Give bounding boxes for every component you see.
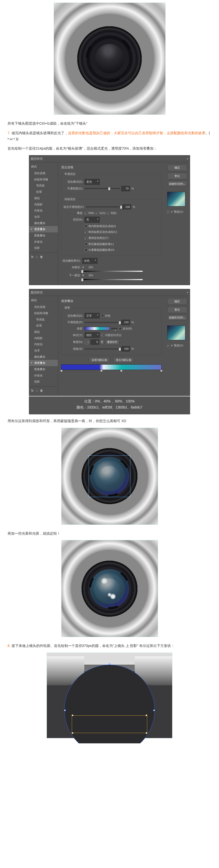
sidebar-item[interactable]: 内发光 [29, 341, 58, 347]
lens-glass-final-image [61, 540, 158, 637]
ok-button-b[interactable]: 确定 [167, 298, 187, 305]
gb-opac-slider[interactable] [84, 322, 120, 323]
reorder-icon-b[interactable]: ↕ [36, 388, 37, 393]
angle-dial[interactable] [84, 340, 89, 344]
fx-icon[interactable]: fx [31, 254, 34, 259]
sidebar-item[interactable]: 图案叠加 [29, 232, 58, 239]
sidebar-item[interactable]: 描边 [29, 195, 58, 202]
gb-grad-label: 渐变: [64, 326, 83, 331]
chk-trans-shape[interactable]: 透明形状图层(T) [84, 236, 109, 241]
sidebar-item[interactable]: 投影 [29, 245, 58, 251]
dialog-titlebar: 图层样式 × [29, 155, 190, 162]
gradient-picker[interactable] [84, 327, 110, 330]
preview-checkbox[interactable]: ✔ 预览(V) [167, 210, 187, 214]
gradient-caption: 位置：0%、40% 、60%、100% 颜色：2d33c1、edf1fd、13b… [29, 396, 190, 414]
sidebar-item[interactable]: 混合选项 [29, 170, 58, 176]
blendif-select[interactable]: 灰色 [82, 258, 98, 264]
preview-swatch [167, 192, 185, 207]
sidebar-item[interactable]: 等高线 [29, 316, 58, 323]
cancel-button-b[interactable]: 复位 [167, 306, 187, 313]
panel-b-title: 渐变叠加 [61, 299, 161, 304]
chk-inner-group[interactable]: 将内部效果混合成组(I) [84, 224, 116, 228]
fx-icon-b[interactable]: fx [31, 388, 34, 393]
opacity-value[interactable]: 70 [121, 186, 130, 191]
sidebar-item[interactable]: 外发光 [29, 372, 58, 379]
gb-opac-value[interactable]: 100 [121, 320, 130, 325]
this-a: 0 [82, 265, 84, 270]
sidebar-item[interactable]: 光泽 [29, 347, 58, 354]
sidebar-item[interactable]: 内发光 [29, 208, 58, 214]
chk-clip-group[interactable]: 将剪贴图层混合成组(C) [84, 229, 117, 235]
gb-angle-value[interactable]: 0 [90, 339, 99, 345]
preview-swatch-b [167, 326, 185, 340]
gradient-bar[interactable] [61, 364, 161, 370]
new-style-button-b[interactable]: 新建样式(W)... [167, 315, 187, 320]
sidebar-footer-b: fx ↕ 🗑 [29, 386, 58, 395]
dialog-buttons: 确定 复位 新建样式(W)... ✔ 预览(V) [165, 162, 190, 285]
gb-style-select[interactable]: 线性 [84, 332, 100, 338]
new-style-button[interactable]: 新建样式(W)... [167, 181, 187, 187]
chk-mask-hide[interactable]: 图层蒙版隐藏效果(L) [84, 242, 114, 247]
gradient-dropdown-icon[interactable] [111, 328, 117, 329]
align-checkbox[interactable]: 与图层对齐(I) [101, 333, 121, 338]
cancel-button[interactable]: 复位 [167, 173, 187, 179]
sidebar-item[interactable]: 描边 [29, 329, 58, 335]
reset-align-button[interactable]: 重置对齐 [105, 339, 119, 345]
reset-default-button[interactable]: 复位为默认值 [113, 357, 134, 363]
paragraph-boolean-mask: 用布尔运算得到扇形和环形，再用蒙版随意画一画，对，你想怎么画都可 XD [7, 418, 212, 424]
sidebar-head-b: 样式 [29, 297, 58, 304]
gb-scale-slider[interactable] [84, 348, 120, 349]
channel-g[interactable]: G(G) [96, 211, 106, 216]
sidebar-item[interactable]: 投影 [29, 378, 58, 385]
opacity-slider[interactable] [84, 188, 120, 189]
knockout-select[interactable]: 无 [84, 217, 100, 222]
under-a: 0 [82, 273, 84, 278]
step-8-intro: 8. 接下来做上镜头的外轮廓。首先绘制一个直径370px的圆，命名为"上镜头 上… [7, 643, 212, 649]
blendif-under-slider[interactable] [82, 279, 143, 280]
sidebar-item[interactable]: 渐变叠加 [29, 226, 58, 232]
channel-b[interactable]: B(B) [107, 211, 116, 216]
sidebar-item[interactable]: 等高线 [29, 182, 58, 189]
sidebar-item[interactable]: 渐变叠加 [29, 360, 58, 366]
preview-checkbox-b[interactable]: ✔ 预览(V) [167, 343, 187, 348]
opacity-label: 不透明度(O): [64, 186, 83, 191]
blend-mode-select[interactable]: 柔光 [84, 179, 100, 185]
reorder-icon[interactable]: ↕ [36, 254, 37, 259]
sidebar-item[interactable]: 内阴影 [29, 335, 58, 341]
fill-slider[interactable] [86, 207, 121, 208]
dialog-titlebar-b: 图层样式 × [29, 289, 190, 296]
sidebar-item[interactable]: 外发光 [29, 239, 58, 245]
blend-mode-label: 混合模式(D): [64, 179, 83, 184]
channel-r[interactable]: R(R) [84, 211, 94, 216]
gb-scale-value[interactable]: 100 [121, 346, 130, 351]
close-icon-b[interactable]: × [187, 291, 188, 294]
sidebar-item[interactable]: 纹理 [29, 322, 58, 329]
sidebar-item[interactable]: 颜色叠加 [29, 220, 58, 226]
trash-icon-b[interactable]: 🗑 [40, 388, 43, 393]
sidebar-item[interactable]: 纹理 [29, 189, 58, 195]
set-default-button[interactable]: 设置为默认值 [89, 357, 110, 363]
chk-vector-hide[interactable]: 矢量蒙版隐藏效果(H) [84, 248, 114, 252]
blendif-this-slider[interactable] [82, 271, 143, 272]
figure-layerstyle-blend: 图层样式 × 样式 混合选项斜面和浮雕等高线纹理描边内阴影内发光光泽颜色叠加渐变… [5, 155, 214, 285]
dither-checkbox[interactable]: 仿色 [101, 313, 110, 318]
reverse-checkbox[interactable]: 反向(R) [119, 326, 132, 331]
sidebar-item[interactable]: 内阴影 [29, 202, 58, 208]
dialog-title-b: 图层样式 [31, 290, 43, 295]
step-7-intro: 7. 做完内镜头就是镜头玻璃和反光了，这里的光影也是我自己做的，大家完全可以自己… [7, 130, 212, 142]
figure-lens-glass-final [5, 540, 214, 639]
ok-button[interactable]: 确定 [167, 164, 187, 171]
sidebar-item[interactable]: 斜面和浮雕 [29, 310, 58, 316]
fill-value[interactable]: 100 [122, 205, 131, 210]
sidebar-item[interactable]: 光泽 [29, 214, 58, 220]
close-icon[interactable]: × [187, 157, 188, 160]
trash-icon[interactable]: 🗑 [40, 254, 43, 259]
gb-blend-select[interactable]: 正常 [84, 313, 100, 319]
sidebar-item[interactable]: 混合选项 [29, 304, 58, 310]
gb-scale-label: 缩放(S): [64, 346, 83, 351]
blendif-label: 混合颜色带(E): [61, 258, 81, 263]
sidebar-item[interactable]: 图案叠加 [29, 366, 58, 372]
sidebar-item[interactable]: 颜色叠加 [29, 354, 58, 360]
sidebar-item[interactable]: 斜面和浮雕 [29, 176, 58, 183]
group-general: 常规混合 [64, 172, 76, 176]
